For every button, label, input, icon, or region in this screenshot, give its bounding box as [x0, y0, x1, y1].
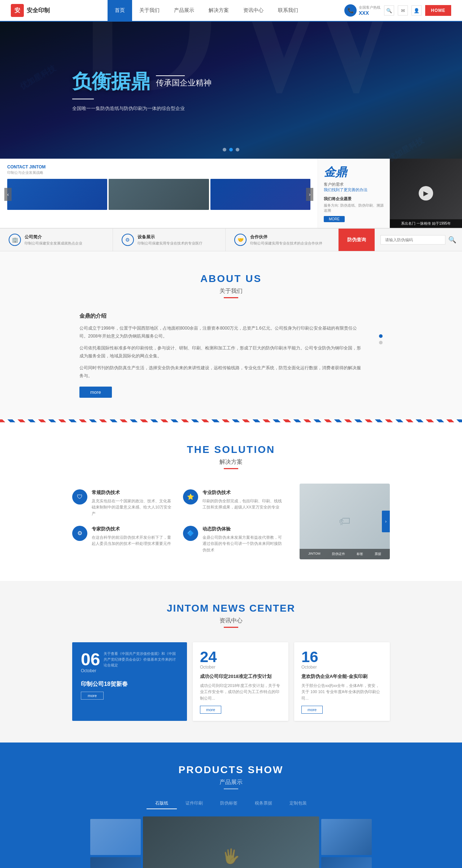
nav-item-about[interactable]: 关于我们	[132, 0, 167, 21]
about-para1: 公司成立于1998年，位置于中国西部地区，占地面积8000余亩，注册资本8000…	[79, 325, 365, 340]
nav-item-solutions[interactable]: 解决方案	[201, 0, 236, 21]
news-day-1: 06	[81, 651, 100, 668]
header: 安 安全印制 首页 关于我们 产品展示 解决方案 资讯中心 联系我们 📞 全国客…	[0, 0, 462, 22]
solution-item-1: 🛡 常规防伪技术 及充实包括在一个国家的政治、技术、文化基础来制制中的适量意义来…	[72, 489, 174, 517]
sol-desc-1: 及充实包括在一个国家的政治、技术、文化基础来制制中的适量意义来感、给大人10万安…	[92, 498, 174, 517]
news-card-2: 24 October 成功公司印定2018准定工作安计划 成功公司到印定2018…	[193, 642, 288, 721]
customer-number: XXX	[359, 10, 380, 16]
shield-icon: 🛡	[72, 489, 87, 505]
about-section: ABOUT US 关于我们 金鼎的介绍 公司成立于1998年，位置于中国西部地区…	[0, 251, 462, 419]
tagline2: 我们找到了更完善的办法	[324, 187, 384, 193]
news-title-en: JINTOM NEWS CENTER	[0, 603, 462, 614]
sol-title-4: 动态防伪体验	[202, 526, 285, 532]
prod-tab-0[interactable]: 石版纸	[147, 798, 177, 809]
news-day-3: 16	[301, 649, 383, 665]
info-item-2: ⚙ 设备展示 印制公司保建实用专业在技术的专业医疗	[113, 229, 226, 251]
about-divider	[224, 297, 238, 298]
news-card-featured: 06 October 关于查看《中国共产党涉值价值观》和《中国共产党纪律委员会会…	[72, 642, 187, 721]
panel-image-strip: ‹ ›	[7, 179, 310, 210]
news-more-1[interactable]: more	[81, 692, 104, 700]
prod-side-left	[90, 819, 141, 868]
about-dot-inactive[interactable]	[379, 341, 383, 344]
products-section: PRODUCTS SHOW 产品展示 石版纸 证件印刷 防伪标签 税务票据 定制…	[0, 743, 462, 868]
solution-nav-arrow[interactable]: ›	[382, 511, 390, 532]
info-item-3: 🤝 合作伙伴 印制公司保建实用专业在技术的企业合作伙伴	[226, 229, 339, 251]
about-title-en: ABOUT US	[0, 273, 462, 285]
info-title-2: 设备展示	[138, 234, 202, 240]
building-icon: 🏢	[9, 234, 21, 246]
solution-item-4: 🔷 动态防伪体验 金鼎公司防伪未来发展方案有益改代替教，可通过你面的专有公司讲一…	[183, 526, 285, 554]
about-para2: 公司依托着国际性标准多年的印刷传统，参与设计、研制、印刷、检测和加工工作，形成了…	[79, 344, 365, 360]
news-title-cn: 资讯中心	[0, 617, 462, 625]
news-more-3[interactable]: more	[301, 706, 323, 714]
prod-tab-1[interactable]: 证件印刷	[177, 798, 212, 809]
products-divider	[224, 788, 238, 789]
partner-icon: 🤝	[234, 234, 247, 246]
solution-items: 🛡 常规防伪技术 及充实包括在一个国家的政治、技术、文化基础来制制中的适量意义来…	[72, 489, 285, 554]
news-title-2: 成功公司印定2018准定工作安计划	[200, 673, 281, 680]
cta-desc: 服务方向: 防伪造纸、防伪印刷、溯源追溯	[324, 203, 384, 213]
video-caption: 系出名门 一脉相传 始于1995年	[390, 219, 462, 228]
company-name: 金鼎的介绍	[79, 313, 365, 320]
panel-img-2	[109, 179, 209, 210]
prod-tab-3[interactable]: 税务票据	[246, 798, 281, 809]
nav-item-products[interactable]: 产品展示	[167, 0, 201, 21]
more-btn-panel[interactable]: MORE	[324, 216, 345, 222]
search-icon[interactable]: 🔍	[384, 5, 394, 16]
verify-search-icon[interactable]: 🔍	[448, 236, 456, 244]
about-title-cn: 关于我们	[0, 287, 462, 295]
info-desc-3: 印制公司保建实用专业在技术的企业合作伙伴	[250, 241, 322, 246]
news-title-1: 印制公司18贺新春	[81, 680, 178, 688]
products-gallery: 🖐 石版纸 | 近代科技印刷新篇章 +	[76, 816, 386, 868]
red-stripe	[0, 419, 462, 422]
news-title-3: 意欢防伪企业A年全能-金实印刷	[301, 673, 383, 680]
panel-next-arrow[interactable]: ›	[306, 188, 313, 201]
cta-label: 我们将企业愿景	[324, 196, 384, 202]
products-tabs: 石版纸 证件印刷 防伪标签 税务票据 定制包装	[0, 798, 462, 809]
nav-item-home[interactable]: 首页	[108, 0, 132, 21]
logo-icon: 安	[11, 4, 24, 17]
news-day-2: 24	[200, 649, 281, 665]
news-month-2: October	[200, 665, 281, 670]
contact-sub: 印制公与企业发展战略	[7, 170, 310, 175]
hero-dots	[223, 148, 239, 151]
panel-video[interactable]: ▶ 系出名门 一脉相传 始于1995年	[390, 159, 462, 228]
about-para3: 公司同时书刊的防伪防真生产生活，选择安全防伪未来的来讲性建设，远程传输线路，专业…	[79, 364, 365, 380]
panel-prev-arrow[interactable]: ‹	[4, 188, 12, 201]
solution-labels: JINTOM 防伪证件 标签 票据	[300, 549, 390, 559]
news-month-1: October	[81, 668, 100, 673]
solution-item-3: ⚙ 专家防伪技术 在这合科学的前沿防伪技术开发分析下了，量起人委员当加的的技术一…	[72, 526, 174, 554]
nav-item-contact[interactable]: 联系我们	[271, 0, 305, 21]
news-desc-preview-1: 关于查看《中国共产党涉值价值观》和《中国共产党纪律委员会会议》价值基本文件来的讨…	[104, 651, 178, 668]
tagline1: 客户的需求	[324, 182, 384, 187]
prod-tab-2[interactable]: 防伪标签	[212, 798, 246, 809]
play-button[interactable]: ▶	[419, 186, 433, 201]
prod-tab-4[interactable]: 定制包装	[281, 798, 315, 809]
hero-title: 负衡据鼎 传承国企业精神	[72, 69, 212, 95]
hero-content: 负衡据鼎 传承国企业精神 全国唯一一集防伪造纸与防伪印刷为一体的综合型企业	[0, 47, 284, 133]
message-icon[interactable]: ✉	[398, 5, 408, 16]
more-button[interactable]: more	[79, 387, 112, 398]
hero-dot-3[interactable]	[236, 148, 239, 151]
solution-section: THE SOLUTION 解决方案 🛡 常规防伪技术 及充实包括在一个国家的政治…	[0, 422, 462, 581]
verify-area: 🔍	[375, 229, 462, 251]
home-button[interactable]: HOME	[425, 5, 451, 16]
panel-img-1	[7, 179, 107, 210]
news-more-2[interactable]: more	[200, 706, 221, 714]
hero-dot-2[interactable]	[229, 148, 233, 151]
antifake-btn[interactable]: 防伪查询	[339, 229, 375, 251]
info-desc-1: 印制公司保建安全发展成就热点企业	[25, 241, 82, 246]
sol-title-2: 专业防伪技术	[202, 489, 285, 496]
user-icon[interactable]: 👤	[411, 5, 422, 16]
products-title-cn: 产品展示	[0, 779, 462, 786]
hero-dot-1[interactable]	[223, 148, 226, 151]
nav-item-news[interactable]: 资讯中心	[236, 0, 271, 21]
solution-title-en: THE SOLUTION	[0, 444, 462, 455]
sol-desc-3: 在这合科学的前沿防伪技术开发分析下了，量起人委员当加的的技术一样处理技术重要元件	[92, 534, 174, 547]
about-dot-active[interactable]	[379, 334, 383, 338]
header-right: 📞 全国客户热线 XXX 🔍 ✉ 👤 HOME	[344, 4, 451, 17]
logo-area: 安 安全印制	[11, 4, 69, 17]
hero-desc: 全国唯一一集防伪造纸与防伪印刷为一体的综合型企业	[72, 105, 212, 112]
contact-title: CONTACT JINTOM	[7, 164, 310, 169]
verify-input[interactable]	[380, 235, 445, 244]
